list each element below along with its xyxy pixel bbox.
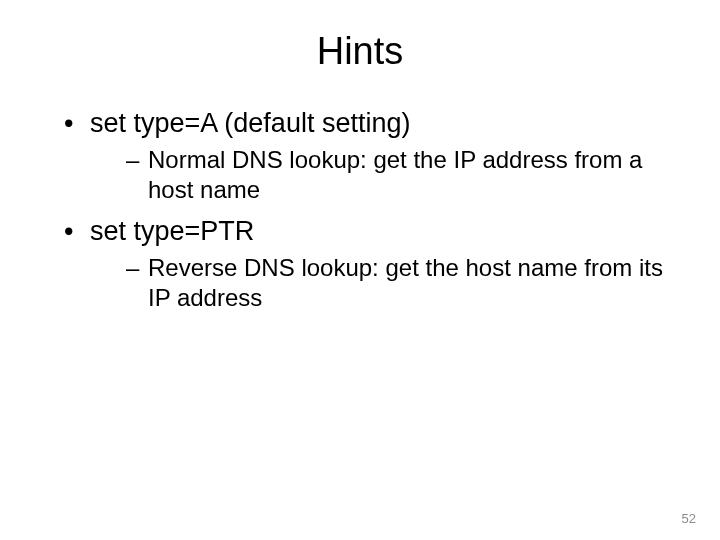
sub-bullet-item: Reverse DNS lookup: get the host name fr…	[126, 253, 684, 313]
bullet-list: set type=A (default setting) Normal DNS …	[36, 107, 684, 313]
bullet-text: set type=A (default setting)	[90, 108, 410, 138]
page-number: 52	[682, 511, 696, 526]
sub-bullet-text: Reverse DNS lookup: get the host name fr…	[148, 254, 663, 311]
bullet-item: set type=A (default setting) Normal DNS …	[64, 107, 684, 205]
slide: Hints set type=A (default setting) Norma…	[0, 0, 720, 540]
sub-bullet-text: Normal DNS lookup: get the IP address fr…	[148, 146, 642, 203]
bullet-item: set type=PTR Reverse DNS lookup: get the…	[64, 215, 684, 313]
bullet-text: set type=PTR	[90, 216, 254, 246]
slide-title: Hints	[36, 30, 684, 73]
sub-bullet-list: Normal DNS lookup: get the IP address fr…	[90, 145, 684, 205]
sub-bullet-list: Reverse DNS lookup: get the host name fr…	[90, 253, 684, 313]
sub-bullet-item: Normal DNS lookup: get the IP address fr…	[126, 145, 684, 205]
